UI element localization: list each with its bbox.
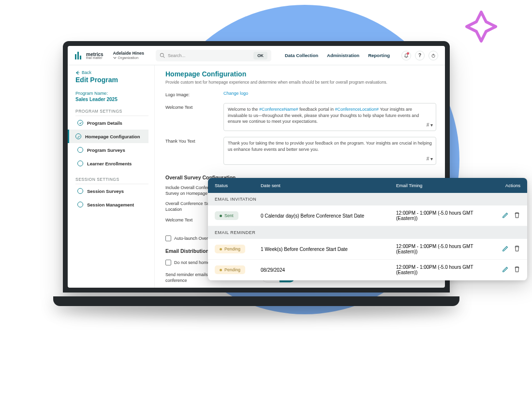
main-title: Homepage Configuration <box>165 70 436 78</box>
pencil-icon <box>502 245 509 252</box>
checkbox-icon <box>165 260 171 265</box>
row-timing: 12:00PM - 1:00PM (-5.0 hours GMT (Easter… <box>396 244 491 254</box>
table-row: Sent 0 Calendar day(s) Before Conference… <box>208 205 527 226</box>
nav-learner-enrollments[interactable]: Learner Enrollments <box>75 157 148 170</box>
delete-button[interactable] <box>514 212 520 220</box>
change-logo-link[interactable]: Change logo <box>223 91 248 96</box>
brand-logo: metrics that matter <box>74 51 103 60</box>
main-description: Provide custom text for homepage experie… <box>165 80 436 85</box>
insert-token-button[interactable]: # ▾ <box>427 156 433 162</box>
edit-button[interactable] <box>502 266 509 274</box>
logo-label: Logo Image: <box>165 90 223 97</box>
session-settings-header: SESSION SETTINGS <box>75 177 148 184</box>
status-badge-pending: Pending <box>215 265 245 274</box>
nav-session-surveys[interactable]: Session Surveys <box>75 184 148 198</box>
insert-token-button[interactable]: # ▾ <box>427 122 433 129</box>
nav-administration[interactable]: Administration <box>327 53 359 58</box>
search-input[interactable]: Search... OK <box>156 50 271 61</box>
nav-program-details[interactable]: Program Details <box>75 116 148 130</box>
circle-icon <box>77 147 83 153</box>
brand-tagline: that matter <box>86 56 103 59</box>
nav-reporting[interactable]: Reporting <box>368 53 390 58</box>
nav-data-collection[interactable]: Data Collection <box>285 53 318 58</box>
circle-icon <box>77 188 83 194</box>
status-badge-pending: Pending <box>215 245 245 253</box>
power-icon <box>431 53 436 58</box>
arrow-left-icon <box>75 71 80 75</box>
program-name: Sales Leader 2025 <box>75 97 148 102</box>
trash-icon <box>514 212 520 219</box>
svg-line-4 <box>163 57 165 58</box>
row-date: 08/29/2024 <box>261 267 396 273</box>
help-icon: ? <box>418 53 421 58</box>
user-org: Organization <box>113 56 145 60</box>
col-status: Status <box>215 183 261 188</box>
svg-point-3 <box>160 53 163 57</box>
col-actions: Actions <box>491 183 520 188</box>
trash-icon <box>514 245 520 252</box>
topbar: metrics that matter Adelaide Hines Organ… <box>68 46 445 65</box>
table-header: Status Date sent Email Timing Actions <box>208 178 527 193</box>
nav-session-management[interactable]: Session Management <box>75 198 148 211</box>
search-placeholder: Search... <box>168 53 253 58</box>
nav-homepage-config[interactable]: Homepage Configuration <box>68 130 148 143</box>
svg-rect-2 <box>80 56 81 59</box>
search-ok-button[interactable]: OK <box>253 52 267 59</box>
delete-button[interactable] <box>514 266 520 274</box>
svg-rect-1 <box>77 52 79 59</box>
circle-icon <box>77 161 83 166</box>
edit-circle-icon <box>75 133 81 139</box>
circle-icon <box>77 202 83 207</box>
checkbox-icon <box>165 235 171 241</box>
program-settings-header: PROGRAM SETTINGS <box>75 109 148 116</box>
thankyou-text-label: Thank You Text <box>165 137 223 165</box>
page-title: Edit Program <box>75 76 148 84</box>
edit-button[interactable] <box>502 212 509 220</box>
delete-button[interactable] <box>514 245 520 253</box>
group-email-reminder: EMAIL REMINDER <box>208 226 527 239</box>
pencil-icon <box>502 266 509 273</box>
program-name-label: Program Name: <box>75 90 148 96</box>
row-timing: 12:00PM - 1:00PM (-5.0 hours GMT (Easter… <box>396 210 491 221</box>
row-date: 1 Week(s) Before Conference Start Date <box>261 247 396 252</box>
help-button[interactable]: ? <box>415 51 425 60</box>
edit-button[interactable] <box>502 245 509 253</box>
nav-program-surveys[interactable]: Program Surveys <box>75 143 148 157</box>
group-email-invitation: EMAIL INVITATION <box>208 193 527 205</box>
notifications-button[interactable] <box>401 51 411 60</box>
col-date-sent: Date sent <box>261 183 396 188</box>
check-circle-icon <box>77 120 83 126</box>
email-schedule-table: Status Date sent Email Timing Actions EM… <box>208 178 527 280</box>
welcome-text-label: Welcome Text <box>165 103 223 131</box>
svg-rect-0 <box>75 54 76 59</box>
thankyou-text-field[interactable]: Thank you for taking the time to provide… <box>223 137 436 165</box>
chevron-down-icon <box>113 56 117 59</box>
col-email-timing: Email Timing <box>396 183 491 188</box>
search-icon <box>160 53 165 58</box>
status-badge-sent: Sent <box>215 211 238 220</box>
pencil-icon <box>502 212 509 219</box>
user-name: Adelaide Hines <box>113 51 145 56</box>
power-button[interactable] <box>429 51 438 60</box>
logo-icon <box>74 51 83 60</box>
welcome-text-field[interactable]: Welcome to the #ConferenceName# feedback… <box>223 103 436 131</box>
row-timing: 12:00PM - 1:00PM (-5.0 hours GMT (Easter… <box>396 264 491 275</box>
top-nav: Data Collection Administration Reporting <box>285 53 390 58</box>
token-conference-location: #ConferenceLocation# <box>335 107 379 112</box>
token-conference-name: #ConferenceName# <box>259 107 298 112</box>
table-row: Pending 08/29/2024 12:00PM - 1:00PM (-5.… <box>208 260 527 280</box>
row-date: 0 Calendar day(s) Before Conference Star… <box>261 213 396 219</box>
back-link[interactable]: Back <box>75 70 148 75</box>
table-row: Pending 1 Week(s) Before Conference Star… <box>208 239 527 260</box>
sparkle-icon <box>464 10 498 44</box>
user-menu[interactable]: Adelaide Hines Organization <box>113 51 145 60</box>
trash-icon <box>514 266 520 273</box>
sidebar: Back Edit Program Program Name: Sales Le… <box>68 65 155 288</box>
